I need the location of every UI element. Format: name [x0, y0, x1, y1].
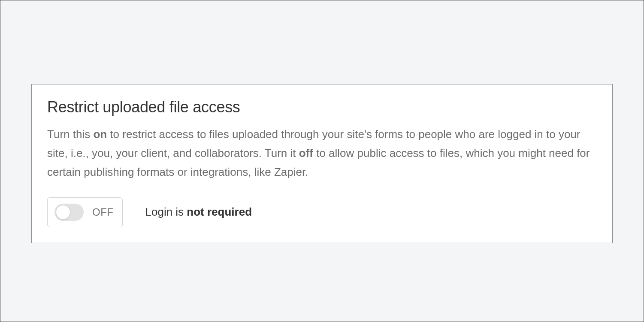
desc-bold-1: on	[93, 128, 107, 141]
toggle-switch-icon	[54, 204, 84, 221]
card-description: Turn this on to restrict access to files…	[47, 125, 597, 182]
restrict-file-access-card: Restrict uploaded file access Turn this …	[31, 84, 613, 243]
vertical-divider	[134, 202, 134, 223]
toggle-row: OFF Login is not required	[47, 197, 597, 227]
toggle-knob-icon	[56, 205, 70, 220]
desc-bold-2: off	[299, 147, 313, 159]
restrict-access-toggle[interactable]: OFF	[47, 197, 123, 227]
status-emphasis: not required	[187, 205, 252, 218]
login-status-text: Login is not required	[145, 205, 252, 219]
card-title: Restrict uploaded file access	[47, 98, 597, 116]
toggle-state-label: OFF	[92, 206, 114, 218]
status-prefix: Login is	[145, 205, 187, 218]
desc-part-1: Turn this	[47, 128, 93, 141]
